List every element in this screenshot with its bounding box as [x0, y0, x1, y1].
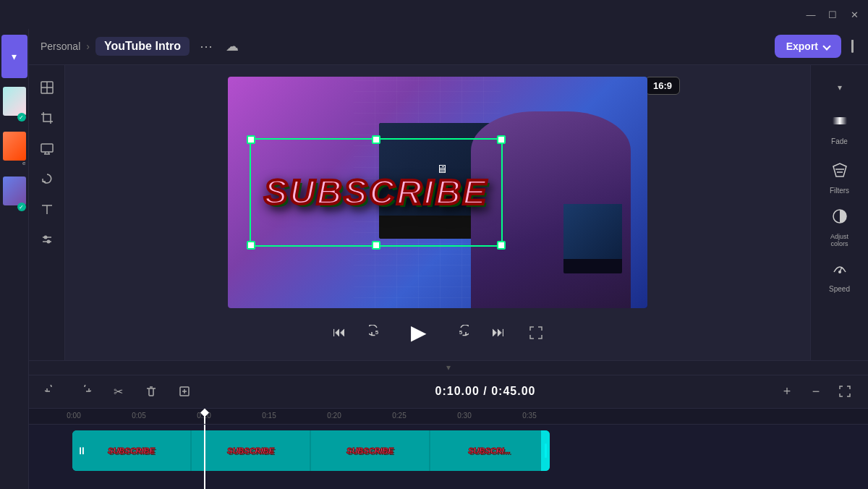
text-tool[interactable]: [33, 195, 61, 223]
track-inner: SUBSCRIBE SUBSCRIBE SUBSCRIBE SUBSCRI...: [72, 430, 550, 471]
handle-bar: [545, 443, 547, 458]
aspect-ratio-badge[interactable]: 16:9: [645, 77, 680, 95]
track-clip-2[interactable]: SUBSCRIBE: [311, 430, 430, 471]
close-button[interactable]: ✕: [849, 9, 859, 20]
sidebar-item-first[interactable]: ▾: [1, 35, 27, 78]
adjust-colors-icon: [830, 207, 849, 230]
breadcrumb-separator: ›: [86, 41, 90, 52]
zoom-out-button[interactable]: −: [804, 380, 827, 403]
breadcrumb-personal[interactable]: Personal: [41, 41, 80, 52]
adjust-colors-tool[interactable]: Adjust colors: [818, 205, 861, 249]
timeline-toolbar: ✂ 0:10.00 / 0:45.00: [29, 375, 868, 409]
forward-button[interactable]: 5: [449, 321, 472, 344]
add-clip-button[interactable]: [174, 380, 195, 402]
thumbnail-1: [3, 87, 26, 116]
svg-rect-13: [833, 117, 847, 124]
adjust-colors-label: Adjust colors: [822, 233, 857, 247]
video-preview[interactable]: 🖥: [228, 77, 647, 308]
undo-button[interactable]: [41, 380, 62, 402]
left-sidebar: ▾ ✓ e ✓: [0, 29, 29, 489]
app-layout: ▾ ✓ e ✓ Personal › YouTube Intro ⋯ ☁: [0, 29, 868, 489]
ruler-mark-4: 0:20: [327, 412, 341, 420]
fullscreen-button[interactable]: [524, 321, 548, 344]
breadcrumb: Personal › YouTube Intro: [41, 37, 190, 56]
minimize-button[interactable]: —: [806, 9, 816, 20]
right-panel-toggle[interactable]: [848, 37, 856, 56]
track-pause-icon: ⏸: [77, 445, 87, 456]
fade-icon: [830, 111, 849, 135]
main-content: Personal › YouTube Intro ⋯ ☁ Export: [29, 29, 868, 489]
breadcrumb-current: YouTube Intro: [95, 37, 190, 56]
header-menu-button[interactable]: ⋯: [197, 35, 216, 57]
play-button[interactable]: ▶: [403, 317, 435, 349]
sidebar-item-thumb-2[interactable]: e: [1, 124, 27, 168]
scroll-indicator: ▾: [29, 361, 868, 375]
scroll-down-icon[interactable]: ▾: [446, 362, 451, 373]
timeline-ruler: 0:00 0:05 0:10 0:15 0:20 0:25 0:30 0:35: [29, 409, 868, 425]
playhead-line: [204, 425, 205, 489]
editor-area: 16:9 🖥: [29, 65, 868, 360]
track-clip-1[interactable]: SUBSCRIBE: [192, 430, 311, 471]
ruler-mark-3: 0:15: [262, 412, 276, 420]
crop-tool[interactable]: [33, 104, 61, 132]
track-clip-3[interactable]: SUBSCRI...: [430, 430, 550, 471]
fade-label: Fade: [831, 137, 848, 145]
right-panel-scroll-down[interactable]: ▾: [829, 77, 851, 98]
track-end-handle[interactable]: [541, 430, 550, 471]
right-panel: ▾: [810, 65, 868, 360]
sidebar-item-thumb-1[interactable]: ✓: [1, 80, 27, 123]
speed-label: Speed: [829, 285, 850, 293]
ruler-mark-6: 0:30: [457, 412, 471, 420]
track-clip-0[interactable]: SUBSCRIBE: [72, 430, 192, 471]
skip-back-button[interactable]: ⏮: [328, 321, 351, 344]
speed-tool[interactable]: Speed: [818, 255, 861, 298]
sidebar-item-thumb-3[interactable]: ✓: [1, 169, 27, 213]
rewind-button[interactable]: 5: [365, 321, 388, 344]
export-dropdown-icon: [822, 43, 830, 51]
canvas-area: 16:9 🖥: [65, 65, 810, 360]
timeline-area: ▾ ✂: [29, 360, 868, 489]
speed-icon: [830, 259, 849, 282]
ruler-mark-5: 0:25: [392, 412, 406, 420]
playback-controls: ⏮ 5 ▶ 5: [328, 317, 548, 349]
svg-point-10: [43, 235, 47, 239]
timeline-actions: + −: [775, 380, 856, 403]
titlebar: — ☐ ✕: [0, 0, 868, 29]
filters-icon: [830, 161, 849, 184]
export-label: Export: [786, 41, 818, 52]
delete-button[interactable]: [140, 380, 162, 402]
subscribe-text: SUBSCRIBE: [264, 172, 488, 212]
transform-tool[interactable]: [33, 74, 61, 101]
cut-button[interactable]: ✂: [107, 380, 129, 402]
ruler-mark-0: 0:00: [67, 412, 80, 420]
screen-tool[interactable]: [33, 135, 61, 162]
tool-panel: [29, 65, 65, 360]
ruler-mark-7: 0:35: [522, 412, 536, 420]
svg-point-12: [46, 239, 50, 243]
svg-rect-3: [41, 144, 53, 152]
expand-button[interactable]: [833, 380, 856, 403]
ruler-mark-1: 0:05: [132, 412, 145, 420]
subscribe-text-wrapper: SUBSCRIBE: [250, 138, 503, 247]
export-button[interactable]: Export: [775, 35, 841, 58]
subscribe-sticker[interactable]: SUBSCRIBE: [250, 138, 503, 247]
rotate-tool[interactable]: [33, 165, 61, 192]
fade-tool[interactable]: Fade: [818, 107, 861, 150]
redo-button[interactable]: [74, 380, 95, 402]
thumbnail-3: [3, 177, 26, 205]
filters-tool[interactable]: Filters: [818, 156, 861, 200]
timeline-track-area: ⏸ SUBSCRIBE SUBSCRIBE SUBSCRIBE SUBSCRI.…: [29, 425, 868, 489]
chevron-down-icon: ▾: [12, 51, 17, 62]
secondary-monitor: [563, 204, 622, 273]
thumbnail-2: [3, 132, 26, 161]
maximize-button[interactable]: ☐: [827, 9, 838, 20]
adjust-tool[interactable]: [33, 226, 61, 253]
skip-forward-button[interactable]: ⏭: [487, 321, 510, 344]
check-badge-1: ✓: [17, 113, 26, 122]
zoom-in-button[interactable]: +: [775, 380, 799, 403]
cloud-sync-button[interactable]: ☁: [223, 35, 242, 57]
timeline-track[interactable]: ⏸ SUBSCRIBE SUBSCRIBE SUBSCRIBE SUBSCRI.…: [72, 430, 550, 471]
time-display: 0:10.00 / 0:45.00: [207, 385, 764, 398]
svg-point-16: [838, 271, 841, 273]
playhead-ruler: [204, 409, 205, 425]
